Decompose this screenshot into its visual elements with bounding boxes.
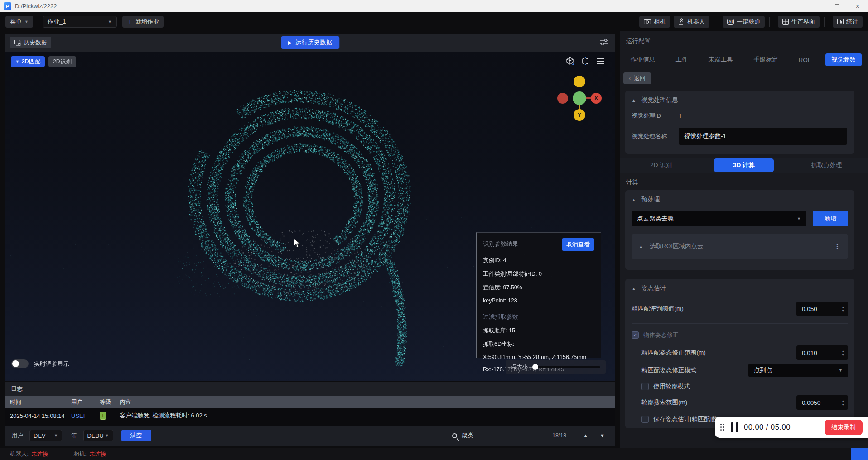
config-tabs: 作业信息 工件 末端工具 手眼标定 ROI 视觉参数 xyxy=(620,52,868,68)
user-filter-label: 用户 xyxy=(12,432,23,440)
window-title: D:/Pickwiz/2222 xyxy=(15,3,57,10)
kebab-menu-icon[interactable]: ⋮ xyxy=(834,242,841,251)
spinner-arrows-icon[interactable]: ▲▼ xyxy=(842,306,848,312)
fine-range-input[interactable]: 0.010 ▲▼ xyxy=(796,345,848,360)
result-confidence: 置信度: 97.50% xyxy=(483,284,594,292)
collapse-icon[interactable]: ▲ xyxy=(639,244,643,249)
divider xyxy=(632,323,848,324)
search-next-button[interactable]: ▼ xyxy=(596,433,608,438)
preprocess-title: 预处理 xyxy=(641,196,660,204)
camera-button[interactable]: 相机 xyxy=(639,16,670,28)
collapse-icon[interactable]: ▲ xyxy=(632,286,636,291)
log-cell-user[interactable]: USEI xyxy=(71,412,100,419)
axis-ball-top[interactable] xyxy=(574,76,585,87)
tab-3d-match[interactable]: ▼ 3D匹配 xyxy=(11,56,45,67)
level-filter-select[interactable]: DEBU▼ xyxy=(83,430,113,441)
drag-handle-icon[interactable] xyxy=(720,424,724,431)
tab-vision-params[interactable]: 视觉参数 xyxy=(825,53,862,66)
spinner-arrows-icon[interactable]: ▲▼ xyxy=(842,399,848,406)
log-col-level: 等级 xyxy=(100,398,120,406)
log-filter-bar: 用户 DEV▼ 等 DEBU▼ 清空 18/18 ▲ ▼ xyxy=(5,426,615,446)
pause-button[interactable] xyxy=(731,422,738,432)
axis-ball-y[interactable]: Y xyxy=(574,109,585,121)
run-history-button[interactable]: ▶ 运行历史数据 xyxy=(281,36,339,49)
contour-mode-label: 使用轮廓模式 xyxy=(653,383,690,391)
viewer-panel: 历史数据 ▶ 运行历史数据 ▼ 3D匹配 2D识别 xyxy=(5,34,615,446)
cancel-view-button[interactable]: 取消查看 xyxy=(562,238,594,251)
clear-log-button[interactable]: 清空 xyxy=(121,430,151,441)
axis-gizmo[interactable]: X Y xyxy=(556,75,603,122)
history-data-button[interactable]: 历史数据 xyxy=(10,37,51,48)
chevron-down-icon: ▼ xyxy=(105,433,109,438)
view-3d-button[interactable] xyxy=(564,55,576,67)
tab-3d-calc-stage[interactable]: 3D 计算 xyxy=(714,158,774,172)
hamburger-icon xyxy=(597,58,604,64)
roi-pointcloud-item[interactable]: ▲ 选取ROI区域内点云 ⋮ xyxy=(632,234,848,259)
collapse-icon[interactable]: ▲ xyxy=(632,197,636,202)
ai-icon: AI xyxy=(727,19,734,25)
restore-button[interactable] xyxy=(826,0,847,12)
contour-range-input[interactable]: 0.0050 ▲▼ xyxy=(796,395,848,410)
tab-job-info[interactable]: 作业信息 xyxy=(626,53,660,66)
axis-ball-center[interactable] xyxy=(573,91,586,105)
camera-status-label: 相机: xyxy=(73,450,86,458)
taskbar-corner xyxy=(851,448,868,460)
robot-button[interactable]: 机器人 xyxy=(674,16,709,28)
search-prev-button[interactable]: ▲ xyxy=(579,433,592,438)
tab-hand-eye[interactable]: 手眼标定 xyxy=(749,53,782,66)
layers-menu-button[interactable] xyxy=(595,55,607,67)
camera-icon xyxy=(644,19,651,24)
stop-recording-button[interactable]: 结束录制 xyxy=(825,420,863,435)
realtime-toggle[interactable] xyxy=(11,359,29,368)
vision-name-input[interactable] xyxy=(679,128,847,145)
ai-connect-button[interactable]: AI 一键联通 xyxy=(723,16,765,28)
minimize-button[interactable] xyxy=(805,0,826,12)
collapse-icon[interactable]: ▲ xyxy=(632,98,636,103)
fine-mode-label: 精匹配姿态修正模式 xyxy=(641,366,697,374)
tab-roi[interactable]: ROI xyxy=(794,54,814,66)
tab-2d-recognition[interactable]: 2D识别 xyxy=(48,56,76,67)
view-settings-button[interactable] xyxy=(600,38,608,46)
result-instance-id: 实例ID: 4 xyxy=(483,257,594,264)
grasp-6d-label: 抓取6D坐标: xyxy=(483,340,594,348)
recognition-result-panel: 识别参数结果 取消查看 实例ID: 4 工件类别/局部特征ID: 0 置信度: … xyxy=(476,232,601,358)
chevron-left-icon: ‹ xyxy=(629,75,631,81)
tab-workpiece[interactable]: 工件 xyxy=(671,53,692,66)
tab-grasp-stage[interactable]: 抓取点处理 xyxy=(785,158,868,173)
log-col-user: 用户 xyxy=(71,398,100,406)
point-size-slider[interactable] xyxy=(533,366,600,368)
camera-status-value: 未连接 xyxy=(89,450,106,458)
menu-button[interactable]: 菜单▼ xyxy=(5,16,33,28)
separator xyxy=(714,17,714,27)
back-button[interactable]: ‹ 返回 xyxy=(623,72,651,84)
log-search-input[interactable] xyxy=(462,432,548,439)
history-data-icon xyxy=(14,40,21,46)
axis-ball-x[interactable]: X xyxy=(591,93,602,104)
preprocess-select[interactable]: 点云聚类去噪▼ xyxy=(632,211,806,226)
stats-button[interactable]: 统计 xyxy=(833,16,863,28)
contour-mode-checkbox[interactable] xyxy=(641,383,649,390)
production-button[interactable]: 生产界面 xyxy=(778,16,820,28)
fine-mode-select[interactable]: 点到点▼ xyxy=(748,364,848,377)
pointcloud-viewport[interactable]: ▼ 3D匹配 2D识别 X Y xyxy=(5,52,615,381)
axis-ball-left[interactable] xyxy=(557,93,568,104)
job-select[interactable]: 作业_1▼ xyxy=(43,16,117,28)
add-job-button[interactable]: ＋新增作业 xyxy=(122,16,164,28)
slider-knob[interactable] xyxy=(532,364,538,370)
user-filter-select[interactable]: DEV▼ xyxy=(29,430,62,441)
close-button[interactable]: × xyxy=(847,0,868,12)
separator xyxy=(573,432,573,439)
search-icon xyxy=(452,433,457,438)
tab-end-tool[interactable]: 末端工具 xyxy=(704,53,738,66)
object-correct-checkbox[interactable]: ✓ xyxy=(632,331,639,339)
spinner-arrows-icon[interactable]: ▲▼ xyxy=(842,350,848,356)
save-pose-checkbox[interactable] xyxy=(641,416,649,423)
robot-status-value: 未连接 xyxy=(31,450,48,458)
log-cell-time: 2025-04-14 15:08:14 xyxy=(5,412,71,419)
cube-icon xyxy=(565,57,574,66)
log-row[interactable]: 2025-04-14 15:08:14 USEI I 客户端触发, 检测流程耗时… xyxy=(5,408,615,423)
split-view-button[interactable] xyxy=(579,55,591,67)
add-preprocess-button[interactable]: 新增 xyxy=(813,211,848,226)
coarse-threshold-input[interactable]: 0.050 ▲▼ xyxy=(796,302,848,316)
tab-2d-recog-stage[interactable]: 2D 识别 xyxy=(620,158,703,173)
